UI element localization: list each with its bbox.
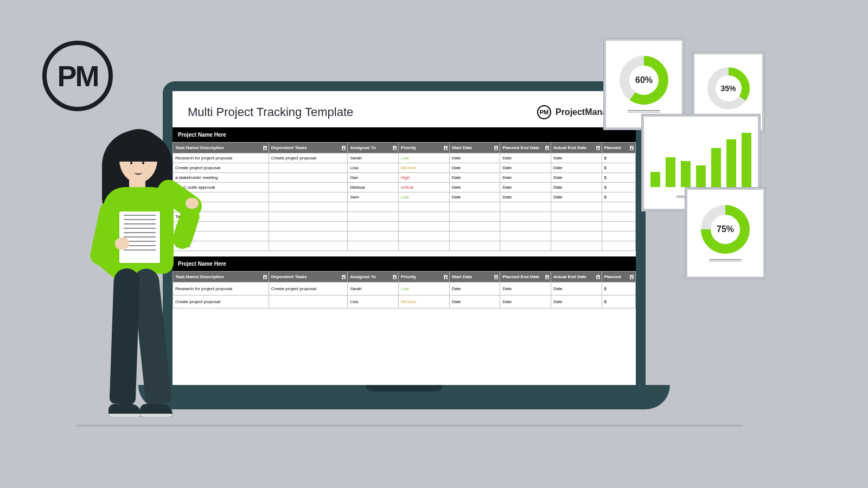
table-cell[interactable] xyxy=(348,202,399,212)
table-cell[interactable]: Date xyxy=(449,183,500,192)
table-cell[interactable] xyxy=(348,222,399,232)
table-cell[interactable] xyxy=(348,241,399,251)
table-cell[interactable]: Low xyxy=(399,153,450,163)
table-cell[interactable]: Dan xyxy=(348,173,399,183)
table-cell[interactable]: Date xyxy=(500,173,551,183)
filter-dropdown-icon[interactable]: ▾ xyxy=(392,145,397,150)
table-cell[interactable]: High xyxy=(399,173,450,183)
table-cell[interactable] xyxy=(399,241,450,251)
table-cell[interactable]: Date xyxy=(551,192,602,202)
filter-dropdown-icon[interactable]: ▾ xyxy=(629,274,634,279)
table-row[interactable]: Task 7 xyxy=(173,212,636,222)
table-cell[interactable]: Date xyxy=(551,173,602,183)
table-cell[interactable] xyxy=(399,212,450,222)
table-cell[interactable] xyxy=(602,222,636,232)
table-cell[interactable]: Date xyxy=(449,153,500,163)
table-cell[interactable] xyxy=(399,222,450,232)
table-row[interactable]: Create project proposalLisaMediumDateDat… xyxy=(173,296,636,309)
filter-dropdown-icon[interactable]: ▾ xyxy=(494,274,499,279)
table-cell[interactable]: Sarah xyxy=(348,282,399,296)
table-cell[interactable] xyxy=(269,232,348,241)
table-cell[interactable] xyxy=(500,202,551,212)
column-header[interactable]: Dependent Tasks▾ xyxy=(269,143,348,153)
table-cell[interactable]: Sam xyxy=(348,192,399,202)
filter-dropdown-icon[interactable]: ▾ xyxy=(596,145,601,150)
column-header[interactable]: Planned▾ xyxy=(602,272,636,282)
table-cell[interactable]: Date xyxy=(449,163,500,173)
filter-dropdown-icon[interactable]: ▾ xyxy=(263,274,267,279)
table-cell[interactable]: Date xyxy=(449,192,500,202)
table-cell[interactable]: Date xyxy=(551,296,602,309)
table-cell[interactable] xyxy=(269,202,348,212)
table-cell[interactable]: Date xyxy=(551,163,602,173)
table-cell[interactable] xyxy=(602,212,636,222)
table-cell[interactable]: Date xyxy=(500,282,551,296)
column-header[interactable]: Priority▾ xyxy=(399,143,450,153)
table-cell[interactable] xyxy=(602,202,636,212)
table-cell[interactable]: Low xyxy=(399,282,450,296)
table-cell[interactable]: Lisa xyxy=(348,296,399,309)
column-header[interactable]: Priority▾ xyxy=(399,272,450,282)
filter-dropdown-icon[interactable]: ▾ xyxy=(443,145,448,150)
table-row[interactable]: Research for project proposalCreate proj… xyxy=(173,153,636,163)
filter-dropdown-icon[interactable]: ▾ xyxy=(443,274,448,279)
table-row[interactable]: Task 9 xyxy=(173,232,636,241)
table-row[interactable]: Research for project proposalCreate proj… xyxy=(173,282,636,296)
table-cell[interactable] xyxy=(269,183,348,192)
table-cell[interactable]: Date xyxy=(500,192,551,202)
table-cell[interactable] xyxy=(449,212,500,222)
table-cell[interactable] xyxy=(551,232,602,241)
table-cell[interactable] xyxy=(449,222,500,232)
column-header[interactable]: Planned End Date▾ xyxy=(500,143,551,153)
table-cell[interactable]: Create project proposal xyxy=(269,282,348,296)
table-cell[interactable]: Create project proposal xyxy=(269,153,348,163)
column-header[interactable]: Start Date▾ xyxy=(449,272,500,282)
table-cell[interactable] xyxy=(551,222,602,232)
table-row[interactable]: Task 6 xyxy=(173,202,636,212)
filter-dropdown-icon[interactable]: ▾ xyxy=(392,274,397,279)
table-cell[interactable] xyxy=(551,212,602,222)
table-row[interactable]: Create project proposalLisaMediumDateDat… xyxy=(173,163,636,173)
filter-dropdown-icon[interactable]: ▾ xyxy=(545,145,550,150)
table-cell[interactable]: Date xyxy=(500,153,551,163)
table-cell[interactable]: Medium xyxy=(399,163,450,173)
table-cell[interactable]: Date xyxy=(500,163,551,173)
filter-dropdown-icon[interactable]: ▾ xyxy=(263,145,267,150)
table-cell[interactable]: Medium xyxy=(399,296,450,309)
table-cell[interactable]: $ xyxy=(602,173,636,183)
table-cell[interactable]: $ xyxy=(602,153,636,163)
table-cell[interactable] xyxy=(269,222,348,232)
table-row[interactable]: a stakeholder meetingDanHighDateDateDate… xyxy=(173,173,636,183)
table-cell[interactable]: $ xyxy=(602,183,636,192)
table-cell[interactable]: Date xyxy=(500,183,551,192)
table-cell[interactable] xyxy=(449,202,500,212)
table-cell[interactable]: critical xyxy=(399,183,450,192)
filter-dropdown-icon[interactable]: ▾ xyxy=(341,145,346,150)
filter-dropdown-icon[interactable]: ▾ xyxy=(596,274,601,279)
table-row[interactable]: Task 5SamLowDateDateDate$ xyxy=(173,192,636,202)
table-cell[interactable] xyxy=(500,232,551,241)
table-cell[interactable] xyxy=(602,232,636,241)
table-cell[interactable] xyxy=(500,241,551,251)
table-cell[interactable]: Date xyxy=(449,173,500,183)
table-cell[interactable]: $ xyxy=(602,282,636,296)
column-header[interactable]: Dependent Tasks▾ xyxy=(269,272,348,282)
table-cell[interactable] xyxy=(399,232,450,241)
table-cell[interactable] xyxy=(449,241,500,251)
filter-dropdown-icon[interactable]: ▾ xyxy=(494,145,499,150)
table-row[interactable]: Task 8 xyxy=(173,222,636,232)
column-header[interactable]: Planned▾ xyxy=(602,143,636,153)
table-cell[interactable]: Date xyxy=(449,296,500,309)
table-cell[interactable] xyxy=(348,212,399,222)
column-header[interactable]: Assigned To▾ xyxy=(348,272,399,282)
table-cell[interactable] xyxy=(269,296,348,309)
table-cell[interactable]: $ xyxy=(602,192,636,202)
table-cell[interactable] xyxy=(348,232,399,241)
table-cell[interactable] xyxy=(551,241,602,251)
table-cell[interactable]: $ xyxy=(602,163,636,173)
table-cell[interactable]: Date xyxy=(551,282,602,296)
table-cell[interactable] xyxy=(500,212,551,222)
filter-dropdown-icon[interactable]: ▾ xyxy=(341,274,346,279)
filter-dropdown-icon[interactable]: ▾ xyxy=(545,274,550,279)
table-cell[interactable] xyxy=(269,192,348,202)
